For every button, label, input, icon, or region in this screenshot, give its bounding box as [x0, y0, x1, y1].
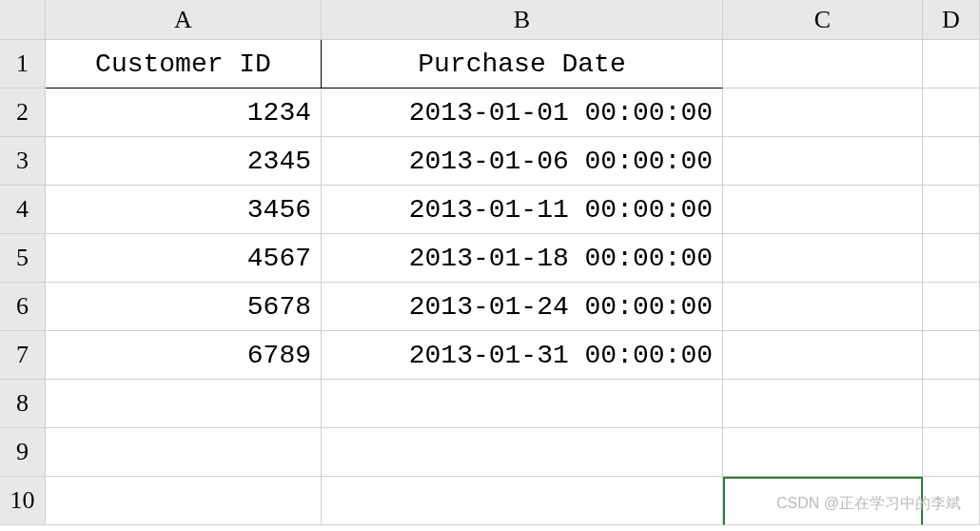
cell-a4[interactable]: 3456	[46, 186, 322, 234]
column-header-d[interactable]: D	[923, 0, 980, 40]
cell-b10[interactable]	[322, 477, 723, 525]
cell-c2[interactable]	[723, 88, 923, 137]
row-header-9[interactable]: 9	[0, 428, 46, 477]
row-header-4[interactable]: 4	[0, 186, 46, 234]
cell-d10[interactable]	[923, 477, 980, 525]
cell-b7[interactable]: 2013-01-31 00:00:00	[322, 331, 723, 380]
cell-c3[interactable]	[723, 137, 923, 186]
cell-d3[interactable]	[923, 137, 980, 186]
cell-d6[interactable]	[923, 283, 980, 331]
cell-c8[interactable]	[723, 380, 923, 428]
cell-c1[interactable]	[723, 40, 923, 88]
row-header-8[interactable]: 8	[0, 380, 46, 428]
column-header-a[interactable]: A	[46, 0, 322, 40]
cell-d7[interactable]	[923, 331, 980, 380]
column-header-c[interactable]: C	[723, 0, 923, 40]
cell-b4[interactable]: 2013-01-11 00:00:00	[322, 186, 723, 234]
select-all-corner[interactable]	[0, 0, 46, 40]
cell-a8[interactable]	[46, 380, 322, 428]
cell-b8[interactable]	[322, 380, 723, 428]
cell-a2[interactable]: 1234	[46, 88, 322, 137]
cell-a10[interactable]	[46, 477, 322, 525]
row-header-6[interactable]: 6	[0, 283, 46, 331]
column-header-b[interactable]: B	[322, 0, 723, 40]
cell-b3[interactable]: 2013-01-06 00:00:00	[322, 137, 723, 186]
spreadsheet-grid[interactable]: A B C D 1 Customer ID Purchase Date 2 12…	[0, 0, 980, 525]
cell-a3[interactable]: 2345	[46, 137, 322, 186]
cell-b2[interactable]: 2013-01-01 00:00:00	[322, 88, 723, 137]
row-header-1[interactable]: 1	[0, 40, 46, 88]
cell-c7[interactable]	[723, 331, 923, 380]
cell-d8[interactable]	[923, 380, 980, 428]
row-header-3[interactable]: 3	[0, 137, 46, 186]
cell-a5[interactable]: 4567	[46, 234, 322, 283]
row-header-5[interactable]: 5	[0, 234, 46, 283]
cell-d1[interactable]	[923, 40, 980, 88]
cell-a1[interactable]: Customer ID	[46, 40, 322, 88]
cell-a9[interactable]	[46, 428, 322, 477]
row-header-2[interactable]: 2	[0, 88, 46, 137]
cell-b1[interactable]: Purchase Date	[322, 40, 723, 88]
cell-d4[interactable]	[923, 186, 980, 234]
cell-b5[interactable]: 2013-01-18 00:00:00	[322, 234, 723, 283]
cell-c4[interactable]	[723, 186, 923, 234]
cell-c10-selected[interactable]	[723, 477, 923, 525]
cell-a7[interactable]: 6789	[46, 331, 322, 380]
cell-a6[interactable]: 5678	[46, 283, 322, 331]
cell-d2[interactable]	[923, 88, 980, 137]
cell-b9[interactable]	[322, 428, 723, 477]
row-header-7[interactable]: 7	[0, 331, 46, 380]
cell-c6[interactable]	[723, 283, 923, 331]
row-header-10[interactable]: 10	[0, 477, 46, 525]
cell-c5[interactable]	[723, 234, 923, 283]
cell-d9[interactable]	[923, 428, 980, 477]
cell-d5[interactable]	[923, 234, 980, 283]
cell-b6[interactable]: 2013-01-24 00:00:00	[322, 283, 723, 331]
cell-c9[interactable]	[723, 428, 923, 477]
